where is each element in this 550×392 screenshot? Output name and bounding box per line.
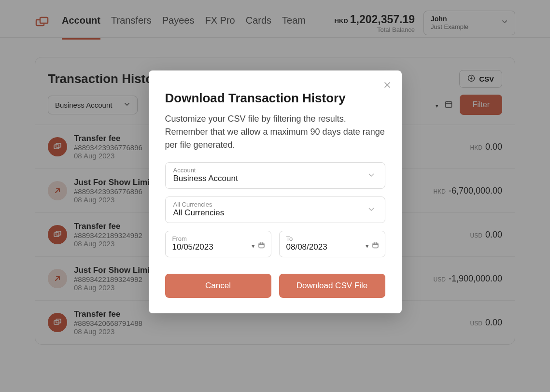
- modal-from-date[interactable]: From 10/05/2023 ▾: [165, 231, 271, 257]
- modal-account-select[interactable]: Account Business Account: [165, 162, 385, 189]
- modal-to-value: 08/08/2023: [286, 242, 378, 252]
- modal-from-label: From: [172, 235, 264, 242]
- modal-account-value: Business Account: [173, 174, 377, 183]
- chevron-down-icon: [367, 170, 376, 182]
- modal-title: Download Transaction History: [165, 91, 385, 106]
- modal-to-date[interactable]: To 08/08/2023 ▾: [279, 231, 385, 257]
- modal-overlay[interactable]: Download Transaction History Customize y…: [0, 0, 550, 392]
- modal-description: Customize your CSV file by filtering the…: [165, 112, 385, 152]
- cancel-button[interactable]: Cancel: [165, 274, 271, 298]
- svg-rect-11: [373, 243, 378, 248]
- dropdown-caret-icon: ▾: [366, 242, 369, 250]
- dropdown-caret-icon: ▾: [252, 242, 255, 250]
- modal-account-label: Account: [173, 167, 377, 174]
- modal-to-label: To: [286, 235, 378, 242]
- svg-rect-10: [259, 243, 264, 248]
- calendar-icon: [372, 241, 379, 250]
- modal-currency-label: All Currencies: [173, 201, 377, 208]
- modal-from-value: 10/05/2023: [172, 242, 264, 252]
- download-csv-button[interactable]: Download CSV File: [279, 274, 385, 298]
- chevron-down-icon: [367, 204, 376, 216]
- modal-currency-value: All Currencies: [173, 208, 377, 218]
- calendar-icon: [258, 241, 265, 250]
- modal-currency-select[interactable]: All Currencies All Currencies: [165, 196, 385, 223]
- download-csv-modal: Download Transaction History Customize y…: [149, 70, 402, 313]
- close-icon[interactable]: [381, 79, 393, 91]
